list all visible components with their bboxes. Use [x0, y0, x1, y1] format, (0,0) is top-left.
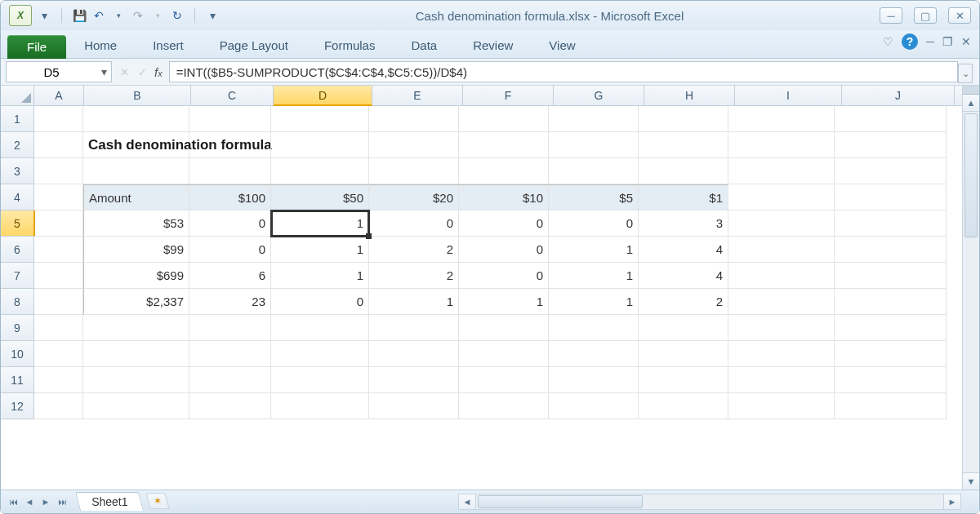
cell[interactable]	[835, 132, 947, 158]
table-cell[interactable]: 6	[189, 263, 271, 289]
cell[interactable]	[83, 158, 189, 184]
table-cell[interactable]: 3	[639, 210, 728, 237]
table-header-cell[interactable]: $20	[369, 184, 459, 210]
help-icon[interactable]: ?	[902, 33, 918, 50]
table-header-cell[interactable]: $1	[639, 184, 728, 210]
cell[interactable]	[83, 367, 189, 393]
cell[interactable]	[639, 132, 728, 158]
cell[interactable]	[189, 341, 271, 367]
cell[interactable]	[34, 237, 83, 263]
cell[interactable]	[189, 367, 271, 393]
ribbon-tab-home[interactable]: Home	[66, 33, 135, 58]
save-icon[interactable]: 💾	[72, 8, 87, 23]
cell[interactable]	[459, 341, 549, 367]
cell[interactable]	[728, 289, 835, 315]
cell[interactable]	[83, 106, 189, 132]
table-cell[interactable]: $699	[83, 263, 189, 289]
cell[interactable]	[271, 341, 369, 367]
cell[interactable]	[835, 289, 947, 315]
split-handle[interactable]	[963, 86, 979, 95]
cell[interactable]	[34, 184, 83, 210]
cell[interactable]	[639, 106, 728, 132]
scroll-up-icon[interactable]: ▲	[963, 95, 979, 112]
cell[interactable]	[639, 315, 728, 341]
cell[interactable]	[34, 341, 83, 367]
cell[interactable]	[189, 158, 271, 184]
select-all-corner[interactable]	[1, 86, 34, 105]
column-header[interactable]: G	[554, 86, 644, 105]
cell[interactable]	[728, 184, 835, 210]
cell[interactable]	[83, 341, 189, 367]
cell[interactable]	[728, 237, 835, 263]
cell[interactable]	[835, 106, 947, 132]
cell[interactable]	[639, 367, 728, 393]
vertical-scrollbar[interactable]: ▲ ▼	[962, 86, 979, 490]
cell[interactable]	[639, 393, 728, 419]
row-header[interactable]: 2	[1, 132, 34, 158]
cell[interactable]	[728, 106, 835, 132]
cell[interactable]	[34, 367, 83, 393]
chevron-down-icon[interactable]: ▾	[111, 8, 126, 23]
table-cell[interactable]: $53	[83, 210, 189, 237]
ribbon-tab-data[interactable]: Data	[393, 33, 455, 58]
table-header-cell[interactable]: $5	[549, 184, 639, 210]
cell[interactable]	[835, 237, 947, 263]
cell[interactable]	[34, 132, 83, 158]
cell[interactable]	[189, 106, 271, 132]
table-cell[interactable]: 2	[369, 263, 459, 289]
table-cell[interactable]: 1	[549, 289, 639, 315]
column-header[interactable]: D	[274, 86, 372, 106]
sheet-nav-prev-icon[interactable]: ◄	[22, 494, 37, 509]
table-cell[interactable]: 1	[549, 263, 639, 289]
excel-logo-icon[interactable]: X	[9, 5, 32, 26]
horizontal-scrollbar[interactable]: ◄ ►	[458, 494, 961, 510]
column-header[interactable]: F	[463, 86, 554, 105]
sheet-nav-first-icon[interactable]: ⏮	[6, 494, 20, 509]
table-cell[interactable]: 0	[459, 263, 549, 289]
cell[interactable]	[835, 184, 947, 210]
cell[interactable]	[271, 132, 369, 158]
cell[interactable]	[549, 315, 639, 341]
table-cell[interactable]: 1	[459, 289, 549, 315]
title-cell[interactable]: Cash denomination formula	[83, 132, 189, 158]
cell[interactable]	[549, 341, 639, 367]
cell[interactable]	[34, 210, 83, 237]
table-header-cell[interactable]: $100	[189, 184, 271, 210]
table-cell[interactable]: 0	[459, 210, 549, 237]
cell[interactable]	[83, 393, 189, 419]
table-cell[interactable]: 0	[189, 237, 271, 263]
cell[interactable]	[835, 210, 947, 237]
cell[interactable]	[728, 341, 835, 367]
table-cell[interactable]: 0	[549, 210, 639, 237]
cell[interactable]	[728, 132, 835, 158]
cell[interactable]	[271, 367, 369, 393]
cell[interactable]	[459, 393, 549, 419]
cell[interactable]	[369, 158, 459, 184]
cell[interactable]	[83, 315, 189, 341]
cell[interactable]	[459, 315, 549, 341]
cell[interactable]	[271, 393, 369, 419]
name-box[interactable]	[7, 64, 96, 81]
cell[interactable]	[34, 106, 83, 132]
cell[interactable]	[34, 315, 83, 341]
cell[interactable]	[459, 132, 549, 158]
table-header-cell[interactable]: Amount	[83, 184, 189, 210]
table-cell[interactable]: 2	[369, 237, 459, 263]
close-button[interactable]: ✕	[948, 7, 971, 24]
name-box-dropdown[interactable]: ▾	[96, 65, 111, 78]
cell[interactable]	[549, 132, 639, 158]
cell[interactable]	[369, 393, 459, 419]
file-tab[interactable]: File	[7, 35, 66, 59]
cell[interactable]	[34, 393, 83, 419]
row-header[interactable]: 10	[1, 341, 34, 367]
column-header[interactable]: C	[191, 86, 274, 105]
cell[interactable]	[189, 315, 271, 341]
cell[interactable]	[369, 106, 459, 132]
ribbon-tab-view[interactable]: View	[531, 33, 593, 58]
vertical-scroll-thumb[interactable]	[964, 113, 978, 237]
window-restore-icon[interactable]: ❐	[942, 35, 953, 48]
cell[interactable]	[189, 132, 271, 158]
cell[interactable]	[549, 158, 639, 184]
cell[interactable]	[459, 106, 549, 132]
cell[interactable]	[549, 393, 639, 419]
